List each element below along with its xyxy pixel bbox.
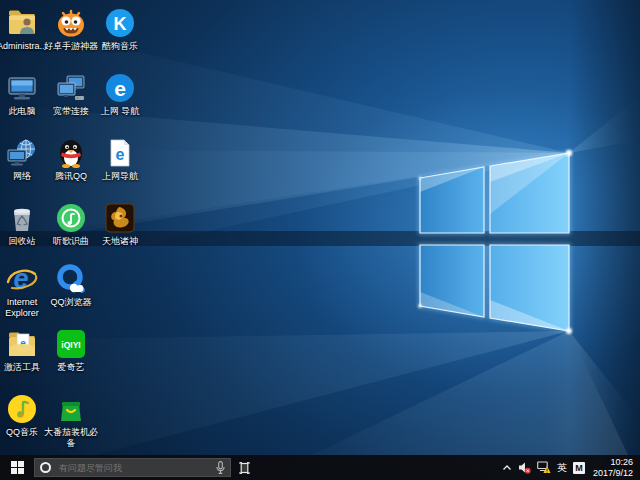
music-recognition-icon [55, 202, 87, 234]
network-tray-icon-button[interactable] [534, 455, 554, 480]
desktop-icon-kugou-music[interactable]: K 酷狗音乐 [93, 7, 147, 52]
internet-explorer-icon: e [6, 263, 38, 295]
desktop-icon-tiandi-gods-game[interactable]: 天地诸神 [93, 202, 147, 247]
icon-label: 腾讯QQ [44, 171, 98, 182]
taskbar: 英 M 10:26 2017/9/12 [0, 455, 640, 480]
icon-label: 宽带连接 [44, 106, 98, 117]
qq-music-icon [6, 393, 38, 425]
clock-time: 10:26 [593, 457, 633, 468]
desktop-icon-web-navigation[interactable]: e 上网 导航 [93, 72, 147, 117]
shopping-bag-icon [55, 393, 87, 425]
desktop-icon-activation-tool[interactable]: e 激活工具 [0, 328, 49, 373]
desktop-icon-network[interactable]: 网络 [0, 137, 49, 182]
recycle-bin-icon [6, 202, 38, 234]
desktop-icon-qq-music[interactable]: QQ音乐 [0, 393, 49, 438]
desktop-icon-web-navigation-doc[interactable]: e 上网导航 [93, 137, 147, 182]
icon-label: 好卓手游神器 [44, 41, 98, 52]
svg-text:e: e [13, 264, 28, 294]
icon-label: 听歌识曲 [44, 236, 98, 247]
start-button[interactable] [0, 455, 34, 480]
icon-label: 回收站 [0, 236, 49, 247]
network-globe-icon [6, 137, 38, 169]
ime-language-indicator[interactable]: 英 [554, 455, 570, 480]
qq-penguin-icon [55, 137, 87, 169]
desktop-icon-internet-explorer[interactable]: e Internet Explorer [0, 263, 49, 319]
task-view-button[interactable] [231, 455, 257, 480]
desktop-icon-song-recognition[interactable]: 听歌识曲 [44, 202, 98, 247]
desktop-icon-qq-browser[interactable]: QQ浏览器 [44, 263, 98, 308]
icon-label: 此电脑 [0, 106, 49, 117]
icon-label: 激活工具 [0, 362, 49, 373]
icon-label: Internet Explorer [0, 297, 49, 319]
task-view-icon [238, 462, 251, 474]
chevron-up-icon [502, 464, 512, 472]
icon-label: 大番茄装机必备 [44, 427, 98, 449]
icon-label: 爱奇艺 [44, 362, 98, 373]
desktop-icon-haozhuo-game-tool[interactable]: 好卓手游神器 [44, 7, 98, 52]
icon-label: 上网 导航 [93, 106, 147, 117]
golden-dragon-icon [104, 202, 136, 234]
browser-e-circle-icon: e [104, 72, 136, 104]
desktop-icon-datomato-essentials[interactable]: 大番茄装机必备 [44, 393, 98, 449]
monster-icon [55, 7, 87, 39]
icon-label: 上网导航 [93, 171, 147, 182]
desktop-icon-recycle-bin[interactable]: 回收站 [0, 202, 49, 247]
ime-mode-indicator[interactable]: M [570, 455, 588, 480]
icon-label: Administra... [0, 41, 49, 52]
icon-label: 酷狗音乐 [93, 41, 147, 52]
icon-label: 网络 [0, 171, 49, 182]
show-hidden-icons-button[interactable] [499, 455, 515, 480]
svg-text:K: K [114, 14, 127, 34]
computer-icon [6, 72, 38, 104]
volume-tray-icon-button[interactable] [515, 455, 534, 480]
cortana-search-box[interactable] [34, 458, 231, 477]
microphone-icon[interactable] [216, 461, 225, 474]
folder-tool-icon: e [6, 328, 38, 360]
broadband-icon [55, 72, 87, 104]
desktop-icon-broadband-connection[interactable]: 宽带连接 [44, 72, 98, 117]
svg-text:e: e [116, 146, 125, 163]
network-warning-icon [537, 461, 551, 474]
document-e-icon: e [104, 137, 136, 169]
icon-label: 天地诸神 [93, 236, 147, 247]
cortana-icon [40, 462, 51, 473]
desktop-icon-administrator-folder[interactable]: Administra... [0, 7, 49, 52]
icon-label: QQ浏览器 [44, 297, 98, 308]
svg-text:iQIYI: iQIYI [61, 340, 80, 350]
desktop-icon-this-pc[interactable]: 此电脑 [0, 72, 49, 117]
speaker-muted-icon [518, 461, 531, 474]
qq-browser-icon [55, 263, 87, 295]
kugou-music-icon: K [104, 7, 136, 39]
desktop-icon-tencent-qq[interactable]: 腾讯QQ [44, 137, 98, 182]
user-folder-icon [6, 7, 38, 39]
search-input[interactable] [57, 462, 216, 474]
clock-date: 2017/9/12 [593, 468, 633, 479]
desktop-icon-iqiyi[interactable]: iQIYI 爱奇艺 [44, 328, 98, 373]
windows-logo-icon [11, 461, 24, 474]
system-tray: 英 M 10:26 2017/9/12 [499, 455, 640, 480]
taskbar-clock[interactable]: 10:26 2017/9/12 [588, 457, 640, 478]
icon-label: QQ音乐 [0, 427, 49, 438]
svg-text:e: e [114, 77, 126, 100]
iqiyi-icon: iQIYI [55, 328, 87, 360]
